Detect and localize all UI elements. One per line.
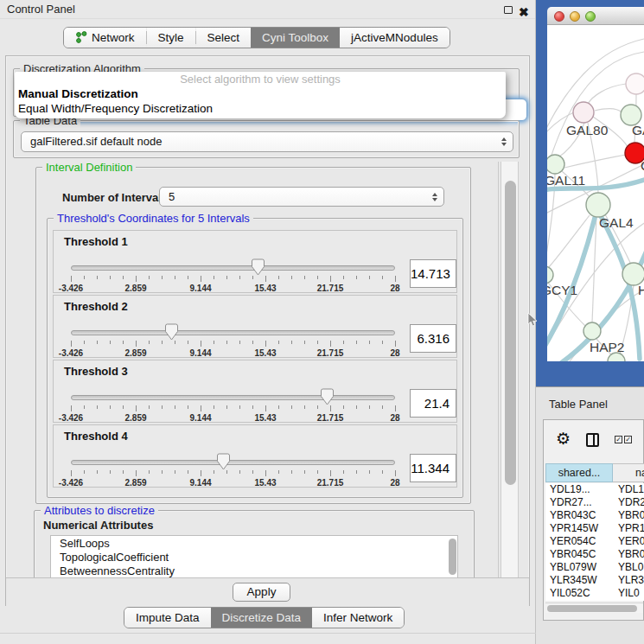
threshold-label: Threshold 1 — [64, 235, 128, 248]
network-node[interactable] — [626, 73, 644, 94]
threshold-value-field[interactable]: 6.316 — [410, 324, 456, 353]
network-canvas[interactable]: GAL80GACGAL11GAL4GCY1HHAP2 — [547, 25, 644, 361]
float-window-icon[interactable] — [504, 6, 513, 14]
apply-button[interactable]: Apply — [233, 583, 290, 602]
tick-mark — [291, 405, 292, 409]
tick-mark — [123, 405, 124, 409]
tab-discretize-data[interactable]: Discretize Data — [211, 608, 313, 628]
table-data-select[interactable]: galFiltered.sif default node — [21, 131, 513, 152]
tick-mark — [343, 405, 344, 409]
slider-track[interactable] — [71, 460, 395, 465]
threshold-panel: Threshold 1-3.4262.8599.14415.4321.71528… — [53, 230, 457, 293]
settings-scrollbar[interactable] — [501, 162, 519, 577]
cell-shared-name: YIL052C — [545, 587, 613, 600]
table-row[interactable]: YPR145WYPR1 — [545, 522, 644, 535]
tick-mark — [110, 470, 111, 474]
network-node-gal80[interactable] — [573, 102, 594, 123]
column-header-shared-name[interactable]: shared... — [545, 463, 613, 482]
network-node-gal4[interactable] — [586, 193, 610, 217]
network-node-hap2[interactable] — [583, 322, 601, 340]
cell-shared-name: YDR27... — [545, 496, 613, 509]
tick-mark — [239, 276, 240, 279]
tab-label: Select — [207, 31, 240, 44]
zoom-traffic-light[interactable] — [585, 11, 596, 22]
cell-name: YDR2 — [613, 496, 644, 509]
tick-mark — [343, 276, 344, 279]
tick-mark — [162, 405, 163, 409]
table-row[interactable]: YDL19...YDL1 — [545, 483, 644, 496]
tab-network[interactable]: Network — [64, 28, 146, 48]
tab-cyni-toolbox[interactable]: Cyni Toolbox — [251, 28, 340, 48]
mouse-cursor — [527, 313, 539, 328]
tick-mark — [395, 470, 396, 476]
attribute-list-item[interactable]: TopologicalCoefficient — [51, 550, 457, 564]
attribute-list-item[interactable]: SelfLoops — [51, 536, 457, 550]
tab-infer-network[interactable]: Infer Network — [312, 608, 404, 628]
tab-jactivemnodules[interactable]: jActiveMNodules — [340, 28, 450, 48]
slider-track[interactable] — [71, 265, 395, 271]
tick-label: -3.426 — [50, 413, 92, 423]
slider-thumb[interactable] — [217, 453, 230, 470]
close-icon[interactable]: ✖ — [519, 3, 531, 16]
table-hscrollbar[interactable] — [545, 603, 643, 613]
tick-mark — [84, 276, 85, 279]
tick-label: 9.144 — [180, 478, 221, 488]
checkbox-icon[interactable]: ✓ — [615, 436, 622, 443]
tab-impute-data[interactable]: Impute Data — [124, 608, 211, 628]
tab-label: Cyni Toolbox — [262, 31, 328, 44]
slider-thumb[interactable] — [165, 323, 178, 341]
algorithm-option[interactable]: Equal Width/Frequency Discretization — [15, 101, 506, 116]
threshold-value-field[interactable]: 14.713 — [410, 259, 456, 288]
slider-track[interactable] — [71, 330, 395, 335]
tick-mark — [252, 276, 253, 279]
column-header-name[interactable]: na — [613, 463, 644, 482]
network-window-titlebar[interactable] — [547, 7, 644, 25]
tick-label: 15.43 — [245, 284, 286, 293]
tick-mark — [317, 276, 318, 279]
cell-shared-name: YLR345W — [545, 574, 613, 587]
tick-mark — [226, 470, 227, 474]
table-row[interactable]: YER054CYER0 — [545, 535, 644, 548]
tick-mark — [369, 470, 370, 474]
tick-mark — [136, 276, 137, 282]
attribute-list-item[interactable]: BetweennessCentrality — [51, 564, 457, 577]
close-traffic-light[interactable] — [554, 11, 564, 22]
cell-name: YIL0 — [613, 587, 644, 600]
interval-definition-title: Interval Definition — [42, 162, 136, 174]
tab-style[interactable]: Style — [147, 28, 195, 48]
tick-mark — [110, 341, 111, 344]
network-node-gcy1[interactable] — [547, 266, 553, 284]
tick-mark — [265, 470, 266, 476]
columns-icon[interactable] — [586, 433, 599, 447]
cell-shared-name: YDL19... — [545, 483, 613, 496]
tick-label: 21.715 — [309, 478, 351, 488]
gear-icon[interactable]: ⚙ — [556, 429, 571, 449]
table-row[interactable]: YBL079WYBL0 — [545, 561, 644, 574]
table-row[interactable]: YBR043CYBR0 — [545, 509, 644, 522]
settings-scrollbar-thumb[interactable] — [505, 181, 516, 485]
table-row[interactable]: YIL052CYIL0 — [545, 587, 644, 600]
algorithm-option[interactable]: Manual Discretization — [15, 86, 506, 101]
minimize-traffic-light[interactable] — [570, 11, 580, 22]
numerical-attributes-list[interactable]: SelfLoopsTopologicalCoefficientBetweenne… — [50, 535, 458, 577]
table-row[interactable]: YDR27...YDR2 — [545, 496, 644, 509]
table-header-row: shared... na — [545, 463, 644, 482]
tick-mark — [214, 276, 214, 279]
slider-thumb[interactable] — [252, 258, 265, 276]
checkbox-icon[interactable]: ✓ — [624, 436, 632, 443]
slider-thumb[interactable] — [321, 388, 334, 405]
table-hscrollbar-thumb[interactable] — [547, 605, 637, 612]
table-row[interactable]: YBR045CYBR0 — [545, 548, 644, 561]
slider-track[interactable] — [71, 395, 395, 400]
threshold-value-field[interactable]: 11.344 — [410, 454, 456, 482]
number-of-intervals-select[interactable]: 5 — [159, 187, 444, 207]
tick-mark — [201, 405, 201, 411]
table-row[interactable]: YLR345WYLR3 — [545, 574, 644, 587]
tick-mark — [175, 276, 175, 279]
threshold-value-field[interactable]: 21.4 — [410, 389, 456, 418]
tick-mark — [84, 341, 85, 344]
network-node-gal11[interactable] — [547, 155, 564, 174]
table-panel-section: Table Panel ⚙ ✓ ✓ shared... na YDL19...Y… — [536, 386, 644, 644]
tab-select[interactable]: Select — [196, 28, 252, 48]
attributes-scrollbar-thumb[interactable] — [449, 539, 456, 575]
